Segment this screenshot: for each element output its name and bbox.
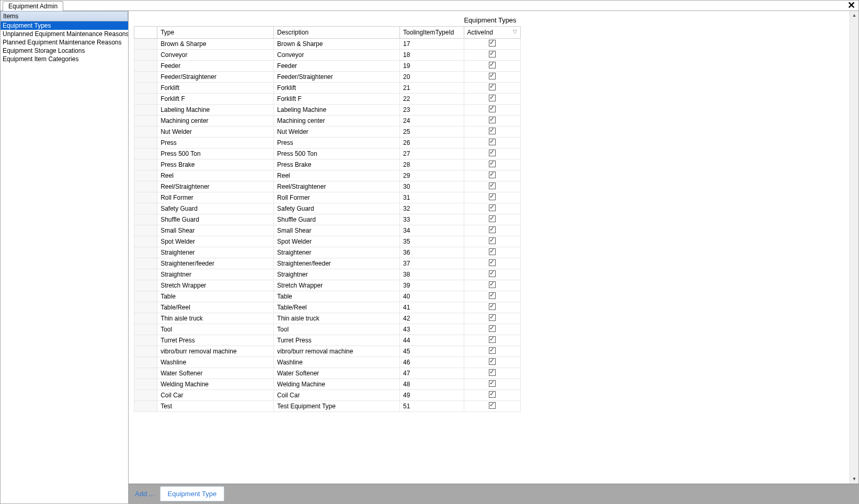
- table-row[interactable]: ToolTool43: [134, 324, 521, 335]
- scroll-track[interactable]: [850, 20, 858, 475]
- vertical-scrollbar[interactable]: ▲ ▼: [850, 11, 858, 484]
- cell-active[interactable]: [464, 390, 520, 401]
- cell-id[interactable]: 33: [400, 214, 464, 225]
- cell-type[interactable]: Labeling Machine: [157, 105, 274, 116]
- row-expander[interactable]: [134, 401, 157, 412]
- cell-id[interactable]: 31: [400, 192, 464, 203]
- row-expander[interactable]: [134, 192, 157, 203]
- cell-description[interactable]: Turret Press: [274, 335, 400, 346]
- cell-type[interactable]: Shuffle Guard: [157, 214, 274, 225]
- table-row[interactable]: Roll FormerRoll Former31: [134, 192, 521, 203]
- table-row[interactable]: Thin aisle truckThin aisle truck42: [134, 313, 521, 324]
- table-row[interactable]: vibro/burr removal machinevibro/burr rem…: [134, 346, 521, 357]
- table-row[interactable]: Welding MachineWelding Machine48: [134, 379, 521, 390]
- cell-description[interactable]: Labeling Machine: [274, 105, 400, 116]
- table-row[interactable]: Stretch WrapperStretch Wrapper39: [134, 280, 521, 291]
- row-expander[interactable]: [134, 379, 157, 390]
- cell-active[interactable]: [464, 313, 520, 324]
- checkbox-checked-icon[interactable]: [489, 248, 496, 255]
- cell-description[interactable]: Conveyor: [274, 50, 400, 61]
- cell-id[interactable]: 20: [400, 72, 464, 83]
- cell-type[interactable]: Washline: [157, 357, 274, 368]
- cell-description[interactable]: Feeder: [274, 61, 400, 72]
- checkbox-checked-icon[interactable]: [489, 193, 496, 200]
- cell-description[interactable]: Shuffle Guard: [274, 214, 400, 225]
- table-row[interactable]: Table/ReelTable/Reel41: [134, 302, 521, 313]
- cell-active[interactable]: [464, 50, 520, 61]
- cell-active[interactable]: [464, 335, 520, 346]
- row-expander[interactable]: [134, 39, 157, 50]
- checkbox-checked-icon[interactable]: [489, 336, 496, 343]
- row-expander[interactable]: [134, 94, 157, 105]
- table-row[interactable]: Machining centerMachining center24: [134, 116, 521, 127]
- cell-type[interactable]: Feeder: [157, 61, 274, 72]
- row-expander[interactable]: [134, 247, 157, 258]
- cell-id[interactable]: 43: [400, 324, 464, 335]
- tab-equipment-admin[interactable]: Equipment Admin: [3, 1, 63, 11]
- cell-type[interactable]: Straightener/feeder: [157, 258, 274, 269]
- checkbox-checked-icon[interactable]: [489, 73, 496, 79]
- cell-id[interactable]: 35: [400, 236, 464, 247]
- cell-type[interactable]: Water Softener: [157, 368, 274, 379]
- cell-id[interactable]: 32: [400, 203, 464, 214]
- row-expander[interactable]: [134, 302, 157, 313]
- cell-active[interactable]: [464, 181, 520, 192]
- col-header-activeind[interactable]: ActiveInd ▽: [464, 27, 520, 39]
- table-row[interactable]: Small ShearSmall Shear34: [134, 225, 521, 236]
- checkbox-checked-icon[interactable]: [489, 84, 496, 90]
- checkbox-checked-icon[interactable]: [489, 40, 496, 47]
- table-row[interactable]: ForkliftForklift21: [134, 83, 521, 94]
- cell-active[interactable]: [464, 94, 520, 105]
- cell-id[interactable]: 28: [400, 159, 464, 170]
- row-expander[interactable]: [134, 61, 157, 72]
- cell-active[interactable]: [464, 192, 520, 203]
- checkbox-checked-icon[interactable]: [489, 270, 496, 277]
- row-expander[interactable]: [134, 159, 157, 170]
- row-expander[interactable]: [134, 280, 157, 291]
- cell-description[interactable]: Press Brake: [274, 159, 400, 170]
- cell-id[interactable]: 51: [400, 401, 464, 412]
- cell-description[interactable]: Small Shear: [274, 225, 400, 236]
- row-expander[interactable]: [134, 83, 157, 94]
- checkbox-checked-icon[interactable]: [489, 325, 496, 332]
- cell-active[interactable]: [464, 346, 520, 357]
- cell-description[interactable]: Nut Welder: [274, 127, 400, 138]
- checkbox-checked-icon[interactable]: [489, 161, 496, 167]
- col-header-description[interactable]: Description: [274, 27, 400, 39]
- cell-type[interactable]: vibro/burr removal machine: [157, 346, 274, 357]
- cell-active[interactable]: [464, 280, 520, 291]
- cell-description[interactable]: Coil Car: [274, 390, 400, 401]
- cell-description[interactable]: Machining center: [274, 116, 400, 127]
- cell-description[interactable]: Table/Reel: [274, 302, 400, 313]
- cell-active[interactable]: [464, 39, 520, 50]
- cell-id[interactable]: 34: [400, 225, 464, 236]
- table-row[interactable]: Shuffle GuardShuffle Guard33: [134, 214, 521, 225]
- cell-description[interactable]: Reel/Straightener: [274, 181, 400, 192]
- cell-description[interactable]: Straightner: [274, 269, 400, 280]
- checkbox-checked-icon[interactable]: [489, 139, 496, 145]
- checkbox-checked-icon[interactable]: [489, 106, 496, 112]
- cell-active[interactable]: [464, 357, 520, 368]
- cell-description[interactable]: Washline: [274, 357, 400, 368]
- table-row[interactable]: TableTable40: [134, 291, 521, 302]
- cell-description[interactable]: Feeder/Straightener: [274, 72, 400, 83]
- cell-active[interactable]: [464, 379, 520, 390]
- row-expander[interactable]: [134, 214, 157, 225]
- checkbox-checked-icon[interactable]: [489, 150, 496, 156]
- cell-active[interactable]: [464, 83, 520, 94]
- cell-id[interactable]: 29: [400, 170, 464, 181]
- cell-id[interactable]: 49: [400, 390, 464, 401]
- equipment-type-button[interactable]: Equipment Type: [160, 486, 225, 501]
- row-expander[interactable]: [134, 105, 157, 116]
- cell-type[interactable]: Straightener: [157, 247, 274, 258]
- cell-id[interactable]: 22: [400, 94, 464, 105]
- cell-type[interactable]: Welding Machine: [157, 379, 274, 390]
- cell-description[interactable]: Straightener: [274, 247, 400, 258]
- cell-type[interactable]: Turret Press: [157, 335, 274, 346]
- row-expander[interactable]: [134, 335, 157, 346]
- checkbox-checked-icon[interactable]: [489, 292, 496, 299]
- cell-type[interactable]: Reel/Straightener: [157, 181, 274, 192]
- cell-description[interactable]: Water Softener: [274, 368, 400, 379]
- cell-description[interactable]: vibro/burr removal machine: [274, 346, 400, 357]
- cell-id[interactable]: 36: [400, 247, 464, 258]
